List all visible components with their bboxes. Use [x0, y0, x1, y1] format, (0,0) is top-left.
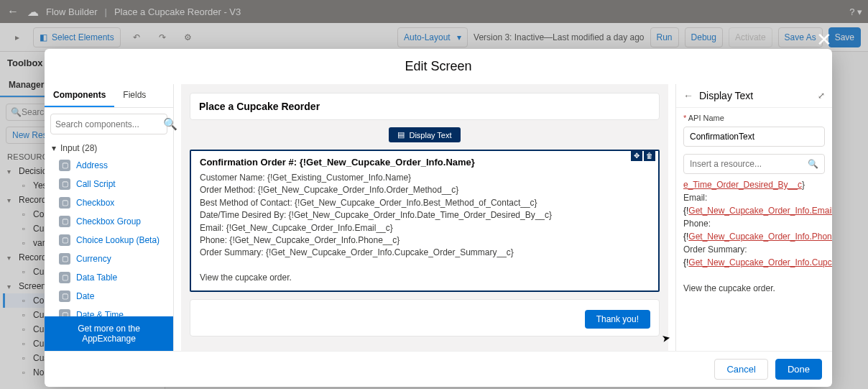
- components-panel: Components Fields 🔍 ▾Input (28) ▢Address…: [45, 84, 174, 351]
- screen-label[interactable]: Place a Cupcake Reorder: [190, 93, 660, 120]
- expand-icon[interactable]: ⤢: [818, 91, 825, 101]
- component-item[interactable]: ▢Currency: [45, 250, 173, 268]
- search-icon: 🔍: [808, 159, 818, 169]
- thank-you-button[interactable]: Thank you!: [585, 310, 650, 329]
- component-type-icon: ▢: [59, 197, 70, 209]
- edit-screen-modal: Edit Screen Components Fields 🔍 ▾Input (…: [45, 49, 832, 387]
- props-title: Display Text: [699, 90, 753, 101]
- display-text-component[interactable]: ✥ 🗑 Confirmation Order #: {!Get_New_Cupc…: [190, 150, 660, 292]
- component-item[interactable]: ▢Date: [45, 287, 173, 306]
- component-type-icon: ▢: [59, 309, 70, 316]
- component-search[interactable]: 🔍: [50, 114, 167, 134]
- move-icon[interactable]: ✥: [631, 150, 642, 161]
- rich-text-body[interactable]: e_Time_Order_Desired_By__c}Email:{!Get_N…: [683, 178, 825, 295]
- tab-fields[interactable]: Fields: [114, 84, 154, 107]
- input-group-toggle[interactable]: ▾Input (28): [45, 140, 173, 156]
- cancel-button[interactable]: Cancel: [714, 359, 767, 380]
- properties-panel: ← Display Text ⤢ API Name 🔍 e_Time_Order…: [675, 84, 832, 351]
- resource-picker[interactable]: 🔍: [683, 154, 825, 174]
- delete-icon[interactable]: 🗑: [644, 150, 655, 161]
- component-item[interactable]: ▢Data Table: [45, 268, 173, 287]
- component-item[interactable]: ▢Choice Lookup (Beta): [45, 231, 173, 250]
- component-type-icon: ▢: [59, 178, 70, 190]
- display-text-pill[interactable]: Display Text: [389, 127, 460, 142]
- component-search-input[interactable]: [55, 119, 163, 129]
- resource-picker-input[interactable]: [690, 159, 803, 169]
- api-name-label: API Name: [683, 114, 825, 122]
- component-type-icon: ▢: [59, 253, 70, 265]
- component-type-icon: ▢: [59, 216, 70, 227]
- component-type-icon: ▢: [59, 290, 70, 302]
- modal-title: Edit Screen: [45, 49, 832, 84]
- component-item[interactable]: ▢Checkbox Group: [45, 212, 173, 231]
- display-text-body: Customer Name: {!Get_Existing_Customer_I…: [200, 172, 650, 285]
- props-back-icon[interactable]: ←: [683, 90, 693, 101]
- chevron-down-icon: ▾: [52, 143, 56, 153]
- tab-components[interactable]: Components: [45, 84, 114, 107]
- appexchange-link[interactable]: Get more on the AppExchange: [45, 316, 173, 351]
- screen-preview: Place a Cupcake Reorder Display Text ✥ 🗑…: [181, 84, 668, 351]
- api-name-input[interactable]: [683, 127, 825, 147]
- component-type-icon: ▢: [59, 234, 70, 246]
- component-type-icon: ▢: [59, 160, 70, 171]
- modal-footer: Cancel Done: [45, 351, 832, 387]
- component-item[interactable]: ▢Address: [45, 156, 173, 175]
- component-item[interactable]: ▢Checkbox: [45, 193, 173, 212]
- component-type-icon: ▢: [59, 272, 70, 283]
- done-button[interactable]: Done: [775, 359, 822, 380]
- component-list: ▢Address▢Call Script▢Checkbox▢Checkbox G…: [45, 156, 173, 316]
- component-item[interactable]: ▢Call Script: [45, 175, 173, 193]
- close-icon[interactable]: ✕: [816, 29, 832, 51]
- display-text-heading: Confirmation Order #: {!Get_New_Cupcake_…: [200, 157, 650, 168]
- search-icon: 🔍: [163, 117, 177, 131]
- component-item[interactable]: ▢Date & Time: [45, 306, 173, 316]
